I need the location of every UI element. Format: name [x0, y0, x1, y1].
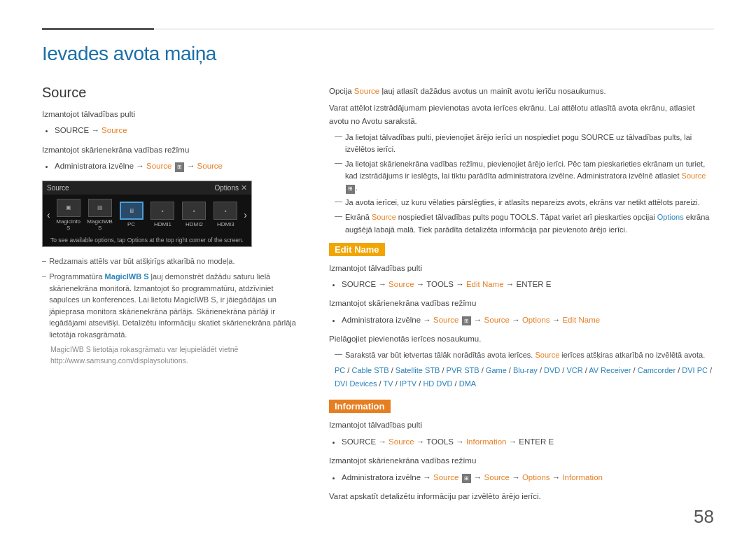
- nav-arrow-right[interactable]: ›: [242, 209, 248, 220]
- nav-arrow-left[interactable]: ‹: [46, 209, 52, 220]
- editname-hl-2: Edit Name: [562, 316, 600, 324]
- device-bluray: Blu-ray: [513, 366, 538, 374]
- device-dvipc: DVI PC: [682, 366, 708, 374]
- right-column: Opcija Source ļauj atlasīt dažādus avotu…: [329, 85, 714, 507]
- dash-sym-r4: —: [335, 211, 342, 235]
- icon-magiciwb: ▤: [88, 199, 112, 217]
- dash-sym-1: –: [42, 256, 46, 267]
- edit-screen-bullet-list: Administratora izvēlne → Source ⊞ → Sour…: [342, 314, 714, 328]
- edit-name-heading: Edit Name: [329, 243, 385, 256]
- bullet-item-1: SOURCE → Source: [55, 124, 301, 138]
- edit-desc: Pielāgojiet pievienotās ierīces nosaukum…: [329, 332, 714, 345]
- source-hl-edit2: Source: [433, 316, 458, 324]
- edit-remote-label: Izmantojot tālvadības pulti: [329, 262, 714, 274]
- dash-sym-2: –: [42, 272, 46, 340]
- dash-item-3: — Ja avota ierīcei, uz kuru vēlaties pār…: [329, 197, 714, 209]
- editname-hl: Edit Name: [466, 280, 504, 288]
- dash-text-r2: Ja lietojat skārienekrāna vadības režīmu…: [345, 158, 714, 194]
- device-tv: TV: [384, 379, 393, 388]
- source-item-pc: 🖥 PC: [117, 202, 146, 227]
- source-hl-dash2: Source: [682, 171, 706, 180]
- device-hddvd: HD DVD: [423, 379, 452, 388]
- source-screen-mockup: Source Options ✕ ‹ ▣ MagicInfo S ▤ Magic…: [42, 181, 252, 247]
- page-container: Ievades avota maiņa Source Izmantojot tā…: [0, 0, 756, 534]
- info-screen-bullet: Administratora izvēlne → Source ⊞ → Sour…: [342, 471, 714, 485]
- device-iptv: IPTV: [400, 379, 416, 388]
- options-hl: Options: [657, 213, 684, 221]
- device-vcr: VCR: [566, 366, 582, 374]
- icon-hdmi1: ▪: [150, 202, 174, 220]
- source-hl-intro: Source: [354, 87, 379, 95]
- screen-top-left: Source: [47, 184, 69, 192]
- information-heading: Information: [329, 400, 391, 413]
- options-label: Options: [215, 184, 239, 192]
- label-hdmi2: HDMI2: [186, 221, 203, 227]
- info-hl-2: Information: [562, 473, 603, 482]
- screen-options: Options ✕: [215, 183, 247, 192]
- device-cable: Cable STB: [351, 366, 388, 374]
- device-game: Game: [486, 366, 507, 374]
- label-pc: PC: [127, 221, 135, 227]
- device-pvr: PVR STB: [447, 366, 479, 374]
- source-icon-tag-2: ⊞: [346, 185, 355, 193]
- edit-bullet-item: SOURCE → Source → TOOLS → Edit Name → EN…: [342, 278, 714, 292]
- source-hl-info3: Source: [484, 473, 510, 482]
- edit-screen-bullet: Administratora izvēlne → Source ⊞ → Sour…: [342, 314, 714, 328]
- options-hl-info: Options: [522, 473, 550, 482]
- source-item-magiciwb: ▤ MagicIWB S: [85, 199, 115, 231]
- devices-dash: — Sarakstā var būt ietvertas tālāk norād…: [329, 349, 714, 361]
- device-satellite: Satellite STB: [396, 366, 440, 374]
- dash-item-4: — Ekrānā Source nospiediet tālvadības pu…: [329, 211, 714, 235]
- source-hl-devices: Source: [535, 351, 559, 359]
- source-hl-info1: Source: [388, 437, 414, 446]
- dash-sym-dev: —: [335, 349, 342, 361]
- info-hl: Information: [466, 437, 507, 446]
- screen-caption: To see available options, tap Options at…: [43, 235, 251, 246]
- dash-item-2: — Ja lietojat skārienekrāna vadības režī…: [329, 158, 714, 194]
- source-item-hdmi2: ▪ HDMI2: [179, 202, 209, 227]
- source-icon-tag-3: ⊞: [462, 316, 471, 326]
- note-text-2: Programmatūra MagicIWB S ļauj demonstrēt…: [49, 271, 301, 340]
- source-hl-edit1: Source: [388, 280, 414, 288]
- bullet-list-2: Administratora izvēlne → Source ⊞ → Sour…: [55, 160, 301, 174]
- source-item-magicinfo: ▣ MagicInfo S: [54, 199, 83, 231]
- note-text-1: Redzamais attēls var būt atšķirīgs atkar…: [49, 255, 234, 267]
- source-highlight-3: Source: [197, 162, 223, 170]
- device-pc: PC: [335, 366, 345, 374]
- dash-sym-r3: —: [335, 197, 342, 209]
- icon-pc: 🖥: [120, 202, 144, 220]
- two-column-layout: Source Izmantojot tālvadības pulti SOURC…: [42, 85, 714, 507]
- bullet-item-2: Administratora izvēlne → Source ⊞ → Sour…: [55, 160, 301, 174]
- right-intro-1: Opcija Source ļauj atlasīt dažādus avotu…: [329, 85, 714, 97]
- source-highlight-1: Source: [102, 126, 127, 134]
- dash-item-1: — Ja lietojat tālvadības pulti, pievieno…: [329, 132, 714, 155]
- info-bullet-list: SOURCE → Source → TOOLS → Information → …: [342, 435, 714, 449]
- page-number: 58: [694, 506, 714, 528]
- source-icons-row: ‹ ▣ MagicInfo S ▤ MagicIWB S 🖥 PC ▪: [43, 195, 251, 235]
- label-hdmi3: HDMI3: [217, 221, 234, 227]
- source-heading: Source: [42, 85, 301, 101]
- left-column: Source Izmantojot tālvadības pulti SOURC…: [42, 85, 301, 507]
- device-dvd: DVD: [544, 366, 560, 374]
- dash-text-r3: Ja avota ierīcei, uz kuru vēlaties pārsl…: [345, 197, 700, 209]
- icon-hdmi2: ▪: [182, 202, 206, 220]
- dash-sym-r1: —: [335, 132, 342, 155]
- dash-text-r1: Ja lietojat tālvadības pulti, pievienoji…: [345, 132, 714, 155]
- device-av: AV Receiver: [589, 366, 631, 374]
- info-remote-label: Izmantojot tālvadības pulti: [329, 419, 714, 431]
- source-hl-edit3: Source: [484, 316, 510, 324]
- right-intro-2: Varat attēlot izstrādājumam pievienotas …: [329, 101, 714, 127]
- source-hl-info2: Source: [433, 473, 458, 482]
- icon-hdmi3: ▪: [214, 202, 237, 220]
- magiciwb-highlight: MagicIWB S: [105, 272, 149, 281]
- device-cam: Camcorder: [638, 366, 676, 374]
- info-screen-bullet-list: Administratora izvēlne → Source ⊞ → Sour…: [342, 471, 714, 485]
- top-rule: [42, 28, 714, 30]
- top-rule-dark: [42, 28, 154, 30]
- source-item-hdmi1: ▪ HDMI1: [148, 202, 177, 227]
- top-rule-light: [154, 29, 714, 29]
- info-screen-label: Izmantojot skārienekrāna vadības režīmu: [329, 454, 714, 467]
- screen-topbar: Source Options ✕: [43, 181, 251, 195]
- dash-text-r4: Ekrānā Source nospiediet tālvadības pult…: [345, 211, 714, 235]
- screen-label-1: Izmantojot skārienekrāna vadības režīmu: [42, 143, 301, 156]
